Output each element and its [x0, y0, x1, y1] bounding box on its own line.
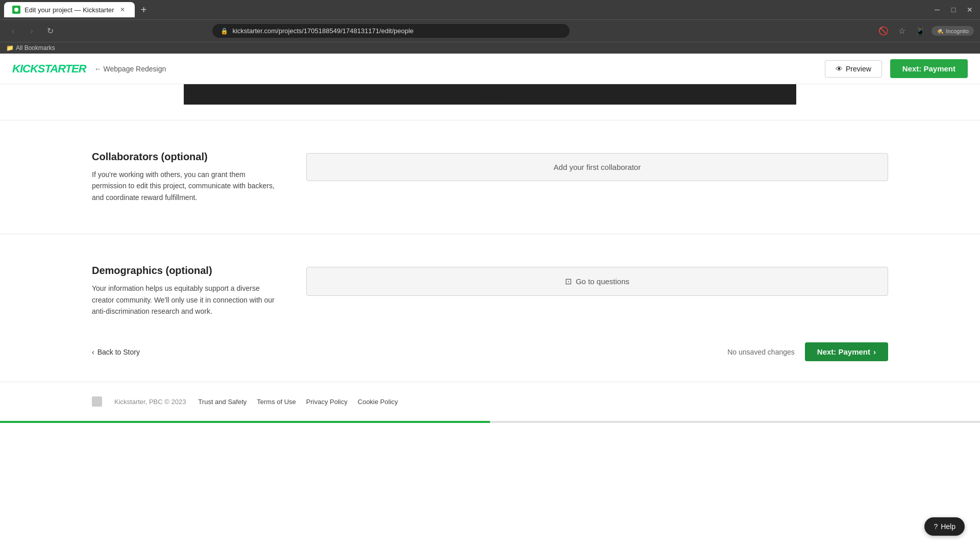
bottom-right-actions: No unsaved changes Next: Payment ›: [727, 342, 888, 361]
preview-button[interactable]: 👁 Preview: [825, 60, 882, 78]
new-tab-button[interactable]: +: [137, 3, 151, 17]
browser-titlebar: Edit your project — Kickstarter ✕ + ─ □ …: [0, 0, 980, 19]
maximize-button[interactable]: □: [947, 4, 960, 16]
active-tab[interactable]: Edit your project — Kickstarter ✕: [4, 2, 135, 17]
go-to-questions-button[interactable]: ⊡ Go to questions: [306, 267, 888, 296]
next-payment-bottom-button[interactable]: Next: Payment ›: [805, 342, 888, 361]
demographics-title: Demographics (optional): [92, 265, 276, 277]
demographics-description: Your information helps us equitably supp…: [92, 283, 276, 317]
eye-icon: 👁: [836, 65, 843, 73]
footer-links: Trust and Safety Terms of Use Privacy Po…: [198, 398, 398, 406]
incognito-badge: 🕵 Incognito: [932, 26, 974, 36]
incognito-icon: 🕵: [937, 28, 944, 34]
toolbar-right: 🚫 ☆ 📱 🕵 Incognito: [876, 24, 974, 38]
demographics-section: Demographics (optional) Your information…: [0, 249, 980, 332]
footer: Kickstarter, PBC © 2023 Trust and Safety…: [0, 382, 980, 421]
logo-text: KICKSTARTER: [12, 62, 86, 76]
add-collaborator-button[interactable]: Add your first collaborator: [306, 153, 888, 181]
back-story-text: Back to Story: [97, 348, 140, 356]
topnav: KICKSTARTER ← Webpage Redesign 👁 Preview…: [0, 54, 980, 84]
camera-off-icon[interactable]: 🚫: [876, 24, 891, 38]
demographics-info: Demographics (optional) Your information…: [92, 265, 276, 317]
section-divider-1: [0, 120, 980, 120]
collaborators-title: Collaborators (optional): [92, 151, 276, 163]
svg-point-0: [14, 8, 18, 12]
forward-button[interactable]: ›: [24, 24, 39, 38]
device-icon[interactable]: 📱: [913, 24, 927, 38]
chevron-left-icon: ‹: [92, 348, 94, 356]
back-link-text: ← Webpage Redesign: [94, 65, 166, 73]
main-content: Submit Collaborators (optional) If you'r…: [0, 84, 980, 423]
cookie-policy-link[interactable]: Cookie Policy: [358, 398, 398, 406]
lock-icon: 🔒: [220, 28, 228, 35]
footer-copyright: Kickstarter, PBC © 2023: [114, 398, 186, 406]
back-button[interactable]: ‹: [6, 24, 20, 38]
dark-banner: Submit: [184, 84, 796, 105]
bookmark-icon[interactable]: ☆: [895, 24, 909, 38]
tab-close-button[interactable]: ✕: [118, 6, 127, 14]
bottom-actions: ‹ Back to Story No unsaved changes Next:…: [0, 332, 980, 382]
progress-bar: [0, 421, 490, 423]
nav-right: 👁 Preview Next: Payment: [825, 59, 968, 78]
progress-bar-container: [0, 421, 980, 423]
logo[interactable]: KICKSTARTER: [12, 62, 86, 76]
incognito-label: Incognito: [946, 28, 969, 34]
bookmarks-label: All Bookmarks: [16, 44, 55, 52]
dark-banner-text: Submit: [479, 90, 501, 98]
minimize-button[interactable]: ─: [931, 4, 943, 16]
collaborators-section: Collaborators (optional) If you're worki…: [0, 136, 980, 218]
chevron-right-icon: ›: [873, 347, 876, 356]
trust-safety-link[interactable]: Trust and Safety: [198, 398, 247, 406]
collaborators-description: If you're working with others, you can g…: [92, 169, 276, 203]
privacy-policy-link[interactable]: Privacy Policy: [306, 398, 348, 406]
section-divider-2: [0, 234, 980, 234]
unsaved-changes-status: No unsaved changes: [727, 348, 795, 356]
url-text: kickstarter.com/projects/1705188549/1748…: [232, 27, 413, 35]
bookmarks-bar: 📁 All Bookmarks: [0, 42, 980, 54]
browser-chrome: Edit your project — Kickstarter ✕ + ─ □ …: [0, 0, 980, 54]
window-controls: ─ □ ✕: [931, 4, 976, 16]
tab-title: Edit your project — Kickstarter: [24, 6, 114, 14]
footer-logo-icon: [92, 396, 102, 407]
back-to-story-link[interactable]: ‹ Back to Story: [92, 348, 140, 356]
next-payment-button[interactable]: Next: Payment: [890, 59, 968, 78]
external-link-icon: ⊡: [565, 277, 572, 286]
collaborators-info: Collaborators (optional) If you're worki…: [92, 151, 276, 203]
collaborators-action: Add your first collaborator: [306, 151, 888, 203]
tab-area: Edit your project — Kickstarter ✕ +: [4, 2, 927, 17]
browser-toolbar: ‹ › ↻ 🔒 kickstarter.com/projects/1705188…: [0, 19, 980, 42]
refresh-button[interactable]: ↻: [43, 24, 57, 38]
terms-of-use-link[interactable]: Terms of Use: [257, 398, 296, 406]
back-to-project-link[interactable]: ← Webpage Redesign: [94, 65, 166, 73]
tab-favicon: [12, 6, 20, 14]
address-bar[interactable]: 🔒 kickstarter.com/projects/1705188549/17…: [212, 24, 570, 38]
bookmark-folder-icon: 📁: [6, 44, 14, 52]
demographics-action: ⊡ Go to questions: [306, 265, 888, 317]
close-window-button[interactable]: ✕: [964, 4, 976, 16]
app: KICKSTARTER ← Webpage Redesign 👁 Preview…: [0, 54, 980, 423]
